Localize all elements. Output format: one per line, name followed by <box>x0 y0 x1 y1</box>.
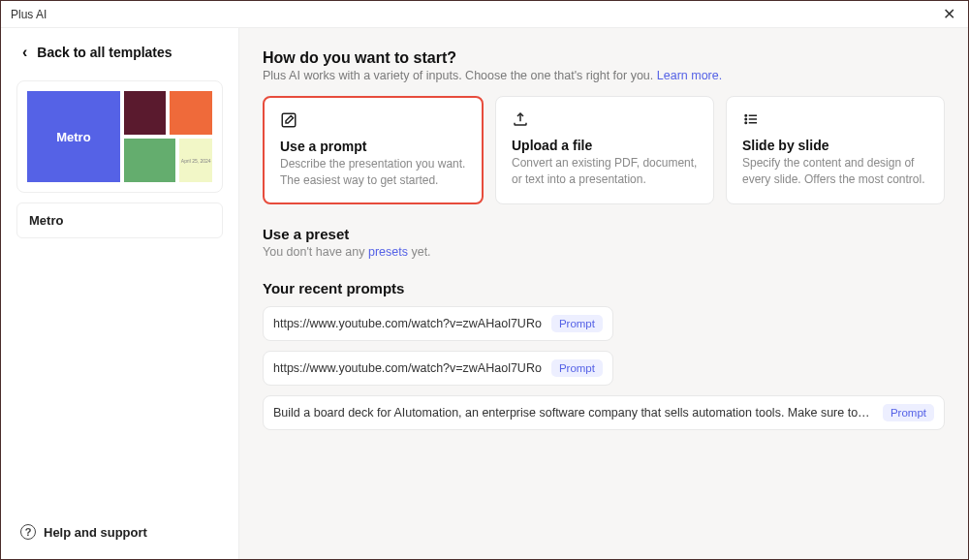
help-icon: ? <box>20 524 36 540</box>
back-label: Back to all templates <box>37 45 172 60</box>
recent-prompts-list: https://www.youtube.com/watch?v=zwAHaol7… <box>263 306 945 430</box>
card-desc: Specify the content and design of every … <box>742 155 928 188</box>
titlebar: Plus AI ✕ <box>1 1 968 28</box>
start-option-cards: Use a prompt Describe the presentation y… <box>263 96 945 204</box>
svg-point-5 <box>745 122 747 124</box>
template-preview-date: April 25, 2024 <box>181 158 211 164</box>
help-label: Help and support <box>44 525 147 540</box>
learn-more-link[interactable]: Learn more. <box>657 69 722 82</box>
page-heading: How do you want to start? <box>263 49 945 67</box>
template-preview-tiles: April 25, 2024 <box>124 91 212 182</box>
template-preview-label: Metro <box>56 130 90 144</box>
sidebar: ‹ Back to all templates Metro April 25, <box>1 28 239 559</box>
preset-sub-prefix: You don't have any <box>263 245 368 259</box>
preset-heading: Use a preset <box>263 226 945 242</box>
app-body: ‹ Back to all templates Metro April 25, <box>1 28 968 559</box>
svg-point-3 <box>745 118 747 120</box>
card-slide-by-slide[interactable]: Slide by slide Specify the content and d… <box>726 96 945 204</box>
template-preview-tile: April 25, 2024 <box>179 139 212 182</box>
template-preview: Metro April 25, 2024 <box>27 91 212 182</box>
recent-heading: Your recent prompts <box>263 280 945 296</box>
close-icon[interactable]: ✕ <box>939 5 958 23</box>
prompt-badge: Prompt <box>551 359 603 377</box>
card-use-prompt[interactable]: Use a prompt Describe the presentation y… <box>263 96 484 204</box>
list-icon <box>742 110 760 128</box>
card-title: Slide by slide <box>742 138 928 153</box>
template-card[interactable]: Metro April 25, 2024 <box>16 80 223 193</box>
help-button[interactable]: ? Help and support <box>16 520 223 547</box>
prompt-badge: Prompt <box>883 404 934 421</box>
card-title: Upload a file <box>512 138 698 153</box>
recent-prompt-item[interactable]: https://www.youtube.com/watch?v=zwAHaol7… <box>263 306 613 341</box>
recent-prompt-text: Build a board deck for AIutomation, an e… <box>273 406 873 420</box>
card-desc: Describe the presentation you want. The … <box>280 156 466 189</box>
subheading-text: Plus AI works with a variety of inputs. … <box>263 69 653 82</box>
template-preview-tile <box>124 91 167 135</box>
upload-icon <box>512 110 529 128</box>
template-preview-tile <box>124 139 176 182</box>
template-preview-tile: Metro <box>27 91 120 182</box>
presets-link[interactable]: presets <box>368 245 408 259</box>
window-title: Plus AI <box>11 8 47 21</box>
recent-prompt-item[interactable]: https://www.youtube.com/watch?v=zwAHaol7… <box>263 351 613 386</box>
template-name[interactable]: Metro <box>16 202 223 238</box>
preset-sub-suffix: yet. <box>408 245 431 259</box>
template-name-text: Metro <box>29 213 63 228</box>
recent-prompt-text: https://www.youtube.com/watch?v=zwAHaol7… <box>273 361 542 375</box>
recent-prompt-text: https://www.youtube.com/watch?v=zwAHaol7… <box>273 317 542 330</box>
preset-sub: You don't have any presets yet. <box>263 245 945 259</box>
prompt-badge: Prompt <box>551 315 603 332</box>
svg-point-1 <box>745 115 747 117</box>
edit-icon <box>280 111 297 129</box>
chevron-left-icon: ‹ <box>22 44 27 61</box>
main-panel: How do you want to start? Plus AI works … <box>239 28 968 559</box>
template-preview-tile <box>170 91 212 135</box>
card-title: Use a prompt <box>280 139 466 154</box>
page-subheading: Plus AI works with a variety of inputs. … <box>263 69 945 82</box>
card-upload-file[interactable]: Upload a file Convert an existing PDF, d… <box>495 96 714 204</box>
recent-prompt-item[interactable]: Build a board deck for AIutomation, an e… <box>263 395 945 430</box>
back-button[interactable]: ‹ Back to all templates <box>16 44 223 61</box>
card-desc: Convert an existing PDF, document, or te… <box>512 155 698 188</box>
